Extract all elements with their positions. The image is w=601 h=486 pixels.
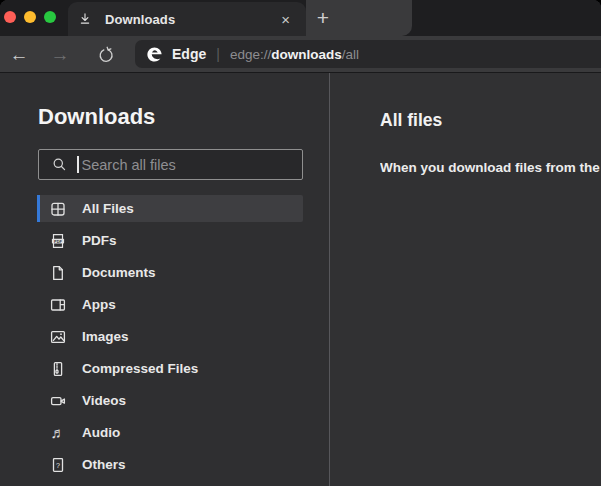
edge-logo-icon [146, 46, 163, 63]
sidebar-item-audio[interactable]: ♬ Audio [37, 419, 303, 446]
sidebar: Downloads [0, 73, 330, 486]
reload-button[interactable] [95, 44, 117, 66]
download-icon [78, 12, 92, 26]
pdf-file-icon: PDF [50, 233, 66, 249]
url-host: downloads [271, 47, 342, 62]
url-path: /all [342, 47, 359, 62]
forward-button: → [49, 44, 71, 66]
address-bar[interactable]: Edge | edge://downloads/all [135, 40, 601, 68]
back-button[interactable]: ← [8, 44, 30, 66]
grid-icon [50, 201, 66, 217]
app-window-icon [50, 297, 66, 313]
sidebar-item-pdfs[interactable]: PDF PDFs [37, 227, 303, 254]
main-title: All files [380, 110, 442, 131]
toolbar: ← → Edge | edge://downloads/all [0, 36, 601, 73]
url-text: edge://downloads/all [230, 47, 359, 62]
browser-window: Downloads × + ← → Edge | edge://download… [0, 0, 601, 486]
sidebar-item-all-files[interactable]: All Files [37, 195, 303, 222]
traffic-light-close-button[interactable] [4, 11, 16, 23]
zip-file-icon [50, 361, 66, 377]
tab-title: Downloads [105, 12, 278, 27]
reload-icon [96, 45, 116, 65]
image-icon [50, 329, 66, 345]
sidebar-item-apps[interactable]: Apps [37, 291, 303, 318]
search-box[interactable] [38, 149, 303, 180]
brand-label: Edge [172, 46, 206, 62]
traffic-light-minimize-button[interactable] [24, 11, 36, 23]
traffic-light-zoom-button[interactable] [44, 11, 56, 23]
tab-downloads[interactable]: Downloads × [68, 2, 306, 36]
tab-bar: Downloads × + [0, 0, 601, 36]
category-list: All Files PDF PDFs [37, 195, 303, 483]
downloads-page: Downloads [0, 73, 601, 486]
empty-state-message: When you download files from the [380, 160, 601, 175]
url-scheme: edge:// [230, 47, 271, 62]
selected-indicator [37, 195, 40, 222]
search-icon [52, 157, 67, 172]
video-camera-icon [50, 393, 66, 409]
svg-text:?: ? [56, 460, 60, 469]
sidebar-item-compressed-files[interactable]: Compressed Files [37, 355, 303, 382]
search-input[interactable] [79, 157, 303, 173]
sidebar-item-documents[interactable]: Documents [37, 259, 303, 286]
tab-close-icon[interactable]: × [278, 10, 293, 29]
page-title: Downloads [38, 104, 155, 130]
sidebar-item-others[interactable]: ? Others [37, 451, 303, 478]
document-icon [50, 265, 66, 281]
main-panel: All files When you download files from t… [330, 73, 601, 486]
unknown-file-icon: ? [50, 457, 66, 473]
musical-notes-icon: ♬ [50, 425, 66, 441]
sidebar-item-videos[interactable]: Videos [37, 387, 303, 414]
new-tab-button[interactable]: + [311, 5, 335, 31]
svg-text:PDF: PDF [54, 238, 62, 243]
url-separator: | [216, 46, 220, 62]
sidebar-item-images[interactable]: Images [37, 323, 303, 350]
